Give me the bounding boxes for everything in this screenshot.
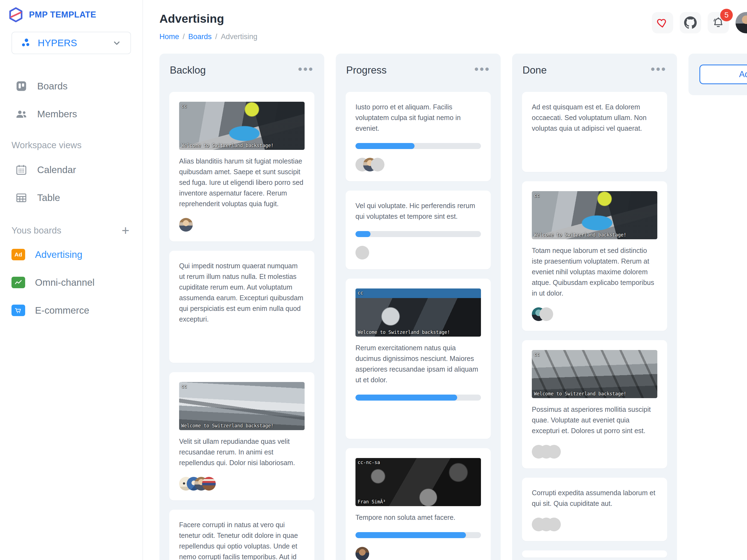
task-card[interactable]: cc-nc-saFran SimĂ³Tempore non soluta ame…	[345, 448, 491, 560]
your-boards-label: Yous boards	[11, 225, 61, 236]
sidebar-item-calendar[interactable]: Calendar	[0, 156, 143, 184]
brand-logo-icon	[8, 7, 24, 22]
favorite-button[interactable]	[652, 12, 673, 33]
card-assignees	[356, 158, 481, 172]
progress-fill	[356, 394, 457, 401]
card-description: Corrupti expedita assumenda laborum et q…	[532, 487, 657, 509]
avatar	[202, 477, 216, 490]
add-board-button[interactable]: +	[122, 225, 129, 236]
user-avatar[interactable]	[736, 12, 747, 33]
column-title: Progress	[346, 65, 387, 76]
task-card[interactable]: ccWelcome to Switzerland backstage!Velit…	[169, 372, 314, 501]
photo-caption: Welcome to Switzerland backstage!	[534, 391, 626, 397]
workspace-name: HYPERS	[38, 37, 77, 48]
task-card[interactable]: Facere corrupti in natus at vero qui ten…	[169, 510, 314, 560]
card-description: Velit sit ullam repudiandae quas velit r…	[179, 436, 305, 468]
task-card[interactable]	[522, 551, 667, 558]
sidebar-item-members[interactable]: Members	[0, 100, 143, 128]
breadcrumb-current: Advertising	[221, 32, 258, 41]
task-card[interactable]: Iusto porro et et aliquam. Facilis volup…	[345, 92, 491, 181]
breadcrumb-boards-link[interactable]: Boards	[188, 32, 212, 41]
board-item-label: E-commerce	[35, 305, 89, 316]
cart-icon	[14, 307, 22, 314]
board-item-label: Omni-channel	[35, 277, 95, 288]
column-header: Progress•••	[345, 63, 491, 76]
breadcrumb-separator: /	[183, 32, 185, 41]
task-card[interactable]: ccWelcome to Switzerland backstage!Totam…	[522, 181, 667, 331]
card-description: Ad est quisquam est et. Ea dolorem occae…	[532, 102, 657, 134]
card-description: Alias blanditiis harum sit fugiat molest…	[179, 156, 305, 209]
card-description: Facere corrupti in natus at vero qui ten…	[179, 519, 305, 560]
sidebar-item-table[interactable]: Table	[0, 184, 143, 212]
board-column-done: Done•••Ad est quisquam est et. Ea dolore…	[512, 54, 677, 560]
heart-icon	[656, 17, 669, 29]
table-icon	[15, 192, 27, 204]
photo-license-badge: cc-nc-sa	[358, 460, 380, 465]
workspace-icon	[20, 37, 32, 49]
column-header: Backlog•••	[169, 63, 314, 76]
task-card[interactable]: Vel qui voluptate. Hic perferendis rerum…	[345, 190, 491, 269]
photo-caption: Welcome to Switzerland backstage!	[181, 143, 274, 148]
add-list-button[interactable]: Ad	[699, 65, 747, 84]
column-header: Done•••	[522, 63, 667, 76]
card-photo: ccWelcome to Switzerland backstage!	[179, 102, 305, 150]
photo-license-badge: cc	[534, 352, 539, 357]
card-assignees	[532, 445, 657, 459]
card-progressbar	[356, 143, 481, 149]
photo-caption: Welcome to Switzerland backstage!	[534, 232, 626, 238]
task-card[interactable]: Corrupti expedita assumenda laborum et q…	[522, 478, 667, 541]
card-description: Totam neque laborum et sed distinctio is…	[532, 245, 657, 299]
github-button[interactable]	[680, 12, 701, 33]
card-photo: ccWelcome to Switzerland backstage!	[356, 288, 481, 337]
sidebar-item-label: Table	[37, 192, 60, 203]
column-title: Backlog	[170, 65, 206, 76]
main-content: Advertising Home / Boards / Advertising	[143, 0, 747, 560]
task-card[interactable]: ccWelcome to Switzerland backstage!Alias…	[169, 92, 314, 241]
workspace-selector[interactable]: HYPERS	[11, 32, 131, 54]
sidebar-board-e-commerce[interactable]: E-commerce	[0, 297, 143, 324]
task-card[interactable]: ccWelcome to Switzerland backstage!Rerum…	[345, 279, 491, 439]
avatar	[356, 246, 369, 259]
kanban-board: Backlog•••ccWelcome to Switzerland backs…	[159, 54, 747, 560]
line-chart-icon	[14, 279, 22, 286]
app-window: PMP TEMPLATE HYPERS Boards	[0, 0, 747, 560]
card-assignees	[532, 518, 657, 531]
card-description: Iusto porro et et aliquam. Facilis volup…	[356, 102, 481, 134]
card-assignees	[356, 246, 481, 259]
sidebar-item-label: Calendar	[37, 164, 76, 175]
avatar	[356, 547, 369, 560]
brand: PMP TEMPLATE	[0, 0, 143, 27]
sidebar-section-your-boards: Yous boards +	[0, 212, 143, 240]
column-menu-button[interactable]: •••	[298, 67, 314, 72]
card-description: Vel qui voluptate. Hic perferendis rerum…	[356, 200, 481, 222]
column-title: Done	[522, 65, 547, 76]
progress-fill	[356, 143, 414, 149]
board-column-progress: Progress•••Iusto porro et et aliquam. Fa…	[336, 54, 500, 560]
task-card[interactable]: Qui impedit nostrum quaerat numquam ut r…	[169, 251, 314, 363]
add-column-panel: Ad	[689, 54, 747, 95]
card-assignees	[179, 477, 305, 490]
sidebar-item-boards[interactable]: Boards	[0, 72, 143, 100]
card-assignees	[532, 307, 657, 321]
photo-caption: Fran SimĂ³	[358, 499, 386, 505]
sidebar-board-omni-channel[interactable]: Omni-channel	[0, 269, 143, 297]
card-assignees	[356, 547, 481, 560]
breadcrumb: Home / Boards / Advertising	[159, 32, 747, 41]
card-photo: ccWelcome to Switzerland backstage!	[532, 350, 657, 398]
card-description: Qui impedit nostrum quaerat numquam ut r…	[179, 261, 305, 325]
breadcrumb-separator: /	[215, 32, 217, 41]
column-menu-button[interactable]: •••	[651, 67, 667, 72]
avatar	[179, 218, 193, 232]
card-description: Rerum exercitationem natus quia ducimus …	[356, 342, 481, 385]
task-card[interactable]: ccWelcome to Switzerland backstage!Possi…	[522, 340, 667, 468]
notifications-button[interactable]: 5	[707, 12, 729, 33]
notification-count-badge: 5	[720, 9, 733, 21]
breadcrumb-home-link[interactable]: Home	[159, 32, 179, 41]
sidebar-item-label: Boards	[37, 81, 68, 92]
column-menu-button[interactable]: •••	[474, 67, 490, 72]
avatar	[371, 158, 384, 172]
sidebar-board-advertising[interactable]: Ad Advertising	[0, 240, 143, 269]
task-card[interactable]: Ad est quisquam est et. Ea dolorem occae…	[522, 92, 667, 172]
card-photo: ccWelcome to Switzerland backstage!	[532, 191, 657, 239]
photo-license-badge: cc	[181, 103, 187, 109]
